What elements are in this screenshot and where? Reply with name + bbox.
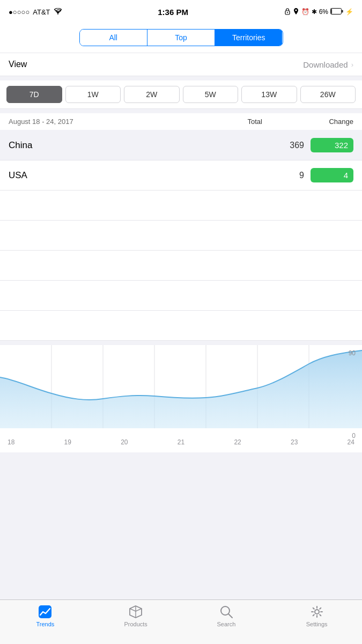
bluetooth-icon: ✱ bbox=[312, 8, 317, 16]
empty-row bbox=[0, 251, 362, 281]
alarm-icon: ⏰ bbox=[301, 8, 309, 16]
tab-trends[interactable]: Trends bbox=[0, 604, 91, 627]
tab-settings[interactable]: Settings bbox=[271, 604, 362, 627]
svg-rect-6 bbox=[331, 9, 332, 13]
chevron-right-icon: › bbox=[351, 61, 353, 69]
tab-settings-label: Settings bbox=[306, 621, 328, 627]
chart-y-max: 90 bbox=[349, 349, 356, 357]
tab-search-label: Search bbox=[217, 621, 235, 627]
trends-icon bbox=[38, 604, 53, 619]
period-13w[interactable]: 13W bbox=[241, 86, 297, 103]
lock-icon bbox=[284, 8, 291, 17]
chart-y-min: 0 bbox=[352, 432, 356, 440]
x-label-20: 20 bbox=[121, 438, 128, 446]
svg-point-0 bbox=[57, 13, 58, 14]
period-7d[interactable]: 7D bbox=[6, 86, 62, 103]
svg-rect-4 bbox=[330, 8, 341, 14]
view-label: View bbox=[9, 60, 27, 69]
status-right: ⏰ ✱ 6% ⚡ bbox=[284, 8, 353, 17]
signal-icon: ●○○○○ bbox=[9, 8, 29, 16]
battery-percent: 6% bbox=[319, 8, 328, 16]
x-label-22: 22 bbox=[234, 438, 241, 446]
svg-point-17 bbox=[315, 610, 319, 614]
svg-rect-5 bbox=[342, 10, 343, 12]
empty-row bbox=[0, 311, 362, 341]
chart-svg bbox=[0, 345, 362, 436]
change-badge-usa: 4 bbox=[311, 168, 353, 182]
x-label-19: 19 bbox=[64, 438, 71, 446]
empty-row bbox=[0, 221, 362, 251]
view-row[interactable]: View Downloaded › bbox=[0, 53, 362, 76]
location-icon bbox=[293, 8, 299, 17]
period-26w[interactable]: 26W bbox=[300, 86, 356, 103]
col-change-header: Change bbox=[311, 118, 353, 126]
segment-all[interactable]: All bbox=[80, 30, 147, 46]
row-label-usa: USA bbox=[9, 170, 277, 181]
tab-products[interactable]: Products bbox=[91, 604, 181, 627]
svg-line-16 bbox=[228, 614, 232, 618]
wifi-icon bbox=[54, 8, 62, 16]
settings-icon bbox=[309, 604, 324, 619]
x-label-21: 21 bbox=[178, 438, 184, 446]
segment-territories[interactable]: Territories bbox=[215, 30, 282, 46]
x-label-18: 18 bbox=[8, 438, 14, 446]
empty-row bbox=[0, 191, 362, 221]
status-left: ●○○○○ AT&T bbox=[9, 8, 62, 16]
carrier: AT&T bbox=[33, 8, 50, 16]
x-label-23: 23 bbox=[291, 438, 298, 446]
period-5w[interactable]: 5W bbox=[183, 86, 239, 103]
row-label-china: China bbox=[9, 140, 277, 151]
search-icon bbox=[219, 604, 234, 619]
row-total-usa: 9 bbox=[277, 171, 304, 180]
period-2w[interactable]: 2W bbox=[124, 86, 180, 103]
svg-point-2 bbox=[287, 12, 288, 13]
svg-rect-14 bbox=[39, 605, 51, 618]
empty-row bbox=[0, 281, 362, 311]
products-icon bbox=[128, 604, 143, 619]
row-total-china: 369 bbox=[277, 141, 304, 150]
charging-icon: ⚡ bbox=[345, 8, 353, 16]
battery-icon bbox=[330, 8, 343, 16]
period-1w[interactable]: 1W bbox=[65, 86, 121, 103]
period-selector: 7D 1W 2W 5W 13W 26W bbox=[0, 80, 362, 109]
svg-point-3 bbox=[295, 9, 297, 11]
chart-x-labels: 18 19 20 21 22 23 24 bbox=[0, 436, 362, 448]
table-header: August 18 - 24, 2017 Total Change bbox=[0, 113, 362, 130]
segment-control[interactable]: All Top Territories bbox=[79, 29, 283, 46]
tab-bar: Trends Products Search Settings bbox=[0, 599, 362, 644]
table-row[interactable]: China 369 322 bbox=[0, 130, 362, 160]
table-section: China 369 322 USA 9 4 bbox=[0, 130, 362, 341]
date-range: August 18 - 24, 2017 bbox=[9, 118, 225, 126]
table-row[interactable]: USA 9 4 bbox=[0, 160, 362, 191]
tab-search[interactable]: Search bbox=[181, 604, 272, 627]
status-bar: ●○○○○ AT&T 1:36 PM ⏰ ✱ 6% ⚡ bbox=[0, 0, 362, 24]
segment-top[interactable]: Top bbox=[147, 30, 215, 46]
chart-section: 90 0 18 19 20 21 22 23 24 bbox=[0, 345, 362, 452]
view-right[interactable]: Downloaded › bbox=[303, 60, 353, 69]
tab-products-label: Products bbox=[124, 621, 147, 627]
view-value: Downloaded bbox=[303, 60, 348, 69]
tab-trends-label: Trends bbox=[36, 621, 54, 627]
status-time: 1:36 PM bbox=[158, 8, 188, 17]
change-badge-china: 322 bbox=[311, 138, 353, 152]
segment-bar: All Top Territories bbox=[0, 24, 362, 53]
col-total-header: Total bbox=[225, 118, 262, 126]
x-label-24: 24 bbox=[348, 438, 354, 446]
